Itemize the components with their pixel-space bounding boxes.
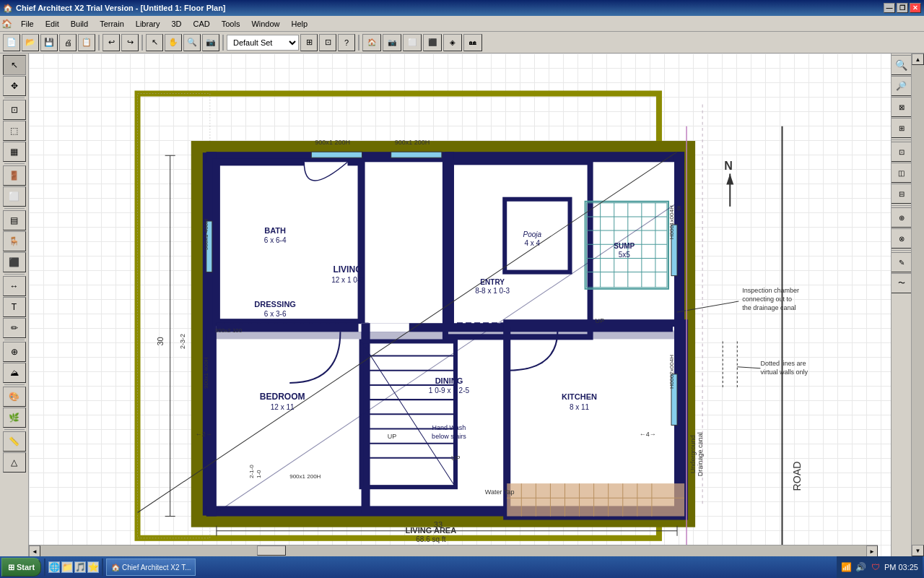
- tb-extra-2[interactable]: ⊡: [319, 34, 336, 51]
- zoom-in-button[interactable]: 🔍: [891, 55, 911, 75]
- menu-window[interactable]: Window: [245, 18, 285, 30]
- material-tool[interactable]: 🎨: [3, 387, 26, 407]
- pan-tool[interactable]: ✥: [3, 76, 26, 96]
- wall-tool[interactable]: ⊡: [3, 100, 26, 120]
- menu-bar: 🏠 File Edit Build Terrain Library 3D CAD…: [0, 16, 924, 32]
- system-clock: PM 03:25: [884, 563, 918, 571]
- furniture-tool[interactable]: 🪑: [3, 231, 26, 251]
- right-tool-6[interactable]: ◫: [891, 163, 911, 183]
- scroll-right-button[interactable]: ►: [866, 545, 878, 556]
- restore-button[interactable]: ❐: [897, 3, 908, 13]
- hand-button[interactable]: ✋: [165, 34, 182, 51]
- scroll-down-button[interactable]: ▼: [912, 545, 924, 556]
- toolbar-separator-2: [141, 35, 143, 51]
- quicklaunch-media[interactable]: 🎵: [74, 561, 86, 573]
- menu-tools[interactable]: Tools: [216, 18, 246, 30]
- right-tool-8[interactable]: ⊕: [891, 207, 911, 228]
- cabinet-tool[interactable]: ▤: [3, 210, 26, 230]
- canvas-area[interactable]: 900x1 200H 900x1 200H N 33: [29, 53, 891, 556]
- menu-library[interactable]: Library: [130, 18, 166, 30]
- svg-text:Underground: Underground: [689, 435, 697, 473]
- tray-volume[interactable]: 🔊: [855, 561, 867, 573]
- quicklaunch-extra[interactable]: ⭐: [87, 561, 99, 573]
- svg-text:virtual walls only: virtual walls only: [760, 368, 808, 376]
- minimize-button[interactable]: —: [884, 3, 895, 13]
- title-bar: 🏠 Chief Architect X2 Trial Version - [Un…: [0, 0, 924, 16]
- tb-help[interactable]: ?: [338, 34, 355, 51]
- fit-view-button[interactable]: ⊠: [891, 97, 911, 117]
- symbol-tool[interactable]: ⊕: [3, 342, 26, 362]
- full-extent-button[interactable]: ⊞: [891, 118, 911, 138]
- toolbar-separator-1: [98, 35, 100, 51]
- zoom-button[interactable]: 🔍: [183, 34, 201, 51]
- floor-plan-svg[interactable]: 900x1 200H 900x1 200H N 33: [29, 53, 891, 556]
- terrain-tool[interactable]: ⛰: [3, 363, 26, 383]
- edit-point-button[interactable]: ✎: [891, 252, 911, 272]
- pointer-button[interactable]: ↖: [146, 34, 163, 51]
- menu-file[interactable]: File: [15, 18, 40, 30]
- right-toolbar: 🔍 🔎 ⊠ ⊞ ⊡ ◫ ⊟ ⊕ ⊗ ✎ 〜: [891, 53, 911, 556]
- elevation-view-button[interactable]: ⬜: [403, 34, 422, 51]
- plant-tool[interactable]: 🌿: [3, 407, 26, 428]
- camera-button[interactable]: 📷: [202, 34, 219, 51]
- menu-terrain[interactable]: Terrain: [94, 18, 130, 30]
- taskbar-app-button[interactable]: 🏠 Chief Architect X2 T...: [106, 558, 196, 576]
- close-button[interactable]: ✕: [910, 3, 921, 13]
- dimension-tool[interactable]: ↔: [3, 276, 26, 296]
- menu-3d[interactable]: 3D: [165, 18, 187, 30]
- open-button[interactable]: 📂: [22, 34, 39, 51]
- right-tool-5[interactable]: ⊡: [891, 142, 911, 162]
- scroll-left-button[interactable]: ◄: [29, 545, 40, 556]
- taskbar-separator: [44, 558, 45, 576]
- right-tool-7[interactable]: ⊟: [891, 184, 911, 204]
- start-button[interactable]: ⊞ Start: [1, 558, 41, 577]
- right-scrollbar[interactable]: ▲ ▼: [911, 53, 924, 556]
- scroll-thumb-h[interactable]: [257, 545, 286, 556]
- cad-tool[interactable]: ✏: [3, 318, 26, 338]
- perspective-button[interactable]: ◈: [443, 34, 462, 51]
- right-tool-9[interactable]: ⊗: [891, 228, 911, 249]
- svg-text:connecting out to: connecting out to: [742, 296, 792, 303]
- window-tool[interactable]: ⬜: [3, 186, 26, 207]
- svg-text:the drainage canal: the drainage canal: [742, 304, 796, 311]
- quicklaunch-folder[interactable]: 📁: [61, 561, 73, 573]
- right-tool-11[interactable]: 〜: [891, 273, 911, 293]
- tray-network[interactable]: 📶: [841, 561, 853, 573]
- appliance-tool[interactable]: ⬛: [3, 252, 26, 272]
- scroll-track-h[interactable]: [40, 545, 866, 556]
- roof-tool[interactable]: △: [3, 452, 26, 473]
- tb-extra-1[interactable]: ⊞: [300, 34, 318, 51]
- save-button[interactable]: 💾: [40, 34, 58, 51]
- select-tool[interactable]: ↖: [3, 55, 26, 75]
- camera-view-button[interactable]: 📷: [383, 34, 401, 51]
- print-preview-button[interactable]: 📋: [78, 34, 95, 51]
- menu-help[interactable]: Help: [286, 18, 314, 30]
- svg-text:1-0: 1-0: [256, 470, 262, 478]
- tool-separator-7: [4, 429, 25, 430]
- menu-edit[interactable]: Edit: [40, 18, 65, 30]
- floorplan-view-button[interactable]: 🏠: [362, 34, 381, 51]
- tray-security[interactable]: 🛡: [870, 561, 881, 573]
- new-button[interactable]: 📄: [3, 34, 20, 51]
- scroll-up-button[interactable]: ▲: [912, 53, 924, 65]
- 3d-view-button[interactable]: ⬛: [423, 34, 442, 51]
- door-tool[interactable]: 🚪: [3, 165, 26, 186]
- menu-build[interactable]: Build: [65, 18, 94, 30]
- redo-button[interactable]: ↪: [121, 34, 139, 51]
- default-set-dropdown[interactable]: Default Set: [227, 35, 299, 51]
- text-tool[interactable]: T: [3, 297, 26, 317]
- svg-text:KITCHEN: KITCHEN: [562, 392, 597, 401]
- zoom-out-button[interactable]: 🔎: [891, 76, 911, 96]
- measure-tool[interactable]: 📏: [3, 431, 26, 452]
- horizontal-scrollbar[interactable]: ◄ ►: [29, 545, 878, 556]
- print-button[interactable]: 🖨: [59, 34, 77, 51]
- dollhouse-button[interactable]: 🏘: [463, 34, 482, 51]
- undo-button[interactable]: ↩: [103, 34, 120, 51]
- stair-tool[interactable]: ▦: [3, 142, 26, 162]
- scroll-track-v[interactable]: [912, 65, 924, 545]
- menu-cad[interactable]: CAD: [187, 18, 215, 30]
- quicklaunch-ie[interactable]: 🌐: [48, 561, 60, 573]
- tool-separator-6: [4, 384, 25, 385]
- windows-taskbar: ⊞ Start 🌐 📁 🎵 ⭐ 🏠 Chief Architect X2 T..…: [0, 556, 924, 578]
- room-tool[interactable]: ⬚: [3, 121, 26, 141]
